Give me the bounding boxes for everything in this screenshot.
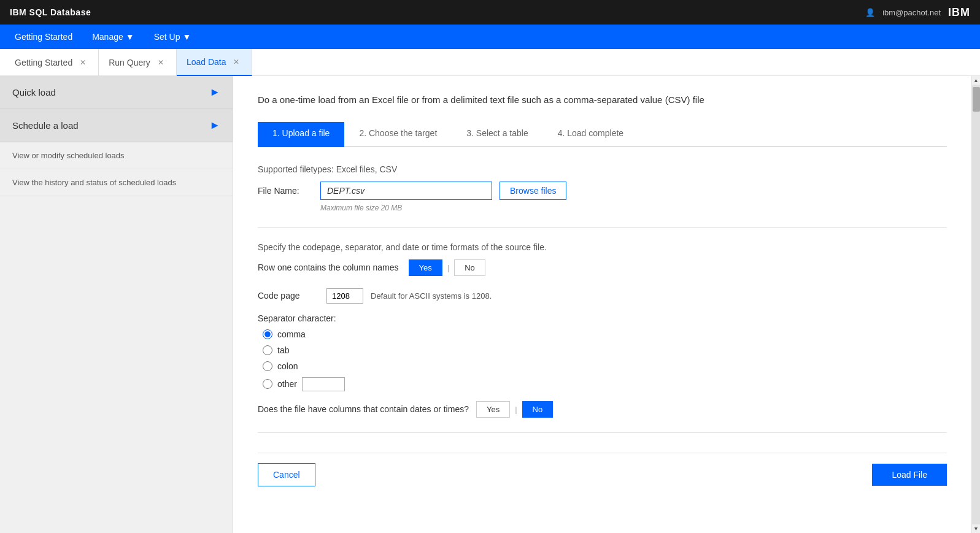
code-page-input[interactable]: [326, 288, 363, 304]
dates-label: Does the file have columns that contain …: [258, 404, 469, 414]
step-upload[interactable]: 1. Upload a file: [258, 122, 344, 147]
code-page-row: Code page Default for ASCII systems is 1…: [258, 288, 947, 304]
close-icon[interactable]: ✕: [231, 56, 242, 67]
user-info: 👤 ibm@pachot.net IBM: [865, 6, 970, 19]
sidebar-item-quick-load[interactable]: Quick load ►: [0, 76, 233, 109]
cancel-button[interactable]: Cancel: [258, 463, 315, 486]
toggle-dates-row: Yes | No: [476, 401, 553, 418]
top-bar: IBM SQL Database 👤 ibm@pachot.net IBM: [0, 0, 980, 25]
scrollbar: ▲ ▼: [971, 76, 980, 533]
file-name-row: File Name: Browse files: [258, 182, 947, 200]
ibm-logo: IBM: [948, 6, 970, 19]
user-email: ibm@pachot.net: [882, 8, 941, 17]
toggle-yes-button[interactable]: Yes: [409, 259, 442, 276]
scroll-down-arrow[interactable]: ▼: [972, 524, 981, 533]
main-layout: Quick load ► Schedule a load ► View or m…: [0, 76, 980, 533]
sidebar-item-schedule-load[interactable]: Schedule a load ►: [0, 109, 233, 142]
radio-other[interactable]: other: [263, 377, 947, 391]
toggle-separator: |: [442, 263, 454, 272]
brand-name: IBM SQL Database: [10, 7, 91, 17]
code-page-label: Code page: [258, 291, 319, 301]
radio-colon[interactable]: colon: [263, 361, 947, 371]
content-area: Do a one-time load from an Excel file or…: [233, 76, 971, 533]
close-icon[interactable]: ✕: [77, 57, 88, 68]
step-choose-target[interactable]: 2. Choose the target: [344, 122, 452, 147]
chevron-right-icon: ►: [209, 86, 220, 99]
close-icon[interactable]: ✕: [155, 57, 166, 68]
divider-1: [258, 227, 947, 228]
dates-row: Does the file have columns that contain …: [258, 401, 947, 418]
load-file-button[interactable]: Load File: [872, 464, 947, 486]
specify-label: Specify the codepage, separator, and dat…: [258, 242, 947, 252]
chevron-right-icon: ►: [209, 119, 220, 132]
user-icon: 👤: [865, 8, 875, 17]
file-name-label: File Name:: [258, 186, 313, 196]
scroll-thumb[interactable]: [973, 87, 980, 112]
footer-bar: Cancel Load File: [258, 453, 947, 486]
radio-comma[interactable]: comma: [263, 329, 947, 339]
nav-bar: Getting Started Manage ▼ Set Up ▼: [0, 25, 980, 49]
scroll-up-arrow[interactable]: ▲: [972, 76, 981, 85]
divider-2: [258, 432, 947, 433]
sidebar-link-view-modify[interactable]: View or modify scheduled loads: [0, 142, 233, 169]
toggle-no-button[interactable]: No: [454, 259, 485, 276]
row-contains-section: Row one contains the column names Yes | …: [258, 259, 947, 276]
row-contains-label: Row one contains the column names: [258, 263, 399, 272]
chevron-down-icon: ▼: [182, 32, 191, 42]
tab-getting-started[interactable]: Getting Started ✕: [5, 49, 99, 76]
dates-toggle-yes-button[interactable]: Yes: [476, 401, 510, 418]
sidebar: Quick load ► Schedule a load ► View or m…: [0, 76, 233, 533]
toggle-dates-separator: |: [510, 405, 522, 414]
chevron-down-icon: ▼: [126, 32, 134, 42]
tab-load-data[interactable]: Load Data ✕: [177, 49, 253, 76]
dates-toggle-no-button[interactable]: No: [522, 401, 554, 418]
file-name-input[interactable]: [320, 182, 492, 200]
file-hint: Maximum file size 20 MB: [320, 204, 947, 212]
separator-label: Separator character:: [258, 313, 947, 323]
tab-run-query[interactable]: Run Query ✕: [99, 49, 177, 76]
separator-radio-group: comma tab colon other: [263, 329, 947, 391]
browse-files-button[interactable]: Browse files: [500, 182, 566, 200]
sidebar-link-view-history[interactable]: View the history and status of scheduled…: [0, 169, 233, 196]
radio-tab[interactable]: tab: [263, 345, 947, 355]
nav-getting-started[interactable]: Getting Started: [5, 25, 82, 49]
scroll-track[interactable]: [972, 85, 981, 524]
step-load-complete[interactable]: 4. Load complete: [543, 122, 638, 147]
step-wizard: 1. Upload a file 2. Choose the target 3.…: [258, 122, 947, 147]
code-page-hint: Default for ASCII systems is 1208.: [371, 291, 492, 301]
toggle-row-yes-no: Yes | No: [409, 259, 485, 276]
nav-setup[interactable]: Set Up ▼: [144, 25, 201, 49]
step-select-table[interactable]: 3. Select a table: [452, 122, 542, 147]
supported-filetypes: Supported filetypes: Excel files, CSV: [258, 164, 947, 174]
other-separator-input[interactable]: [302, 377, 345, 391]
nav-manage[interactable]: Manage ▼: [82, 25, 144, 49]
tab-bar: Getting Started ✕ Run Query ✕ Load Data …: [0, 49, 980, 76]
content-description: Do a one-time load from an Excel file or…: [258, 93, 947, 107]
